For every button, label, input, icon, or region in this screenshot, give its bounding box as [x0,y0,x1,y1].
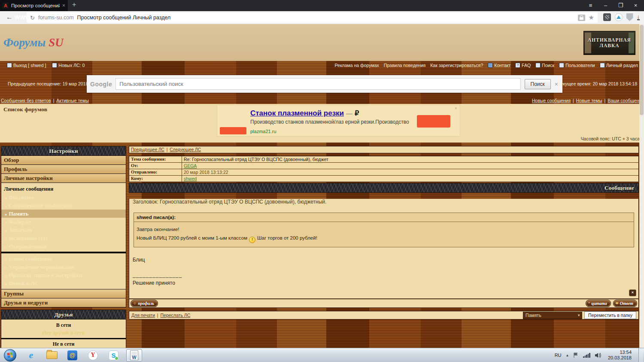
new-tab-button[interactable]: + [72,1,76,9]
nav-search-link[interactable]: Поиск [535,63,554,68]
taskbar-mailru-icon[interactable]: @ [64,349,80,362]
reload-icon[interactable]: ↻ [30,15,35,21]
tray-expand-icon[interactable]: ▲ [566,353,569,357]
search-zone: Предыдущее посещение: 19 мар 2018 22:01:… [0,70,644,97]
recipient-user-link[interactable]: shwed [184,176,197,181]
quote-line-1: Завтра окончание! [137,225,631,234]
forward-link[interactable]: Переслать ЛС [161,313,191,318]
url-page-title: Просмотр сообщений Личный раздел [77,15,574,21]
taskbar-skype-icon[interactable]: S [106,349,122,362]
next-pm-link[interactable]: Следующее ЛС [170,147,201,152]
sidebar-item-preferences[interactable]: Личные настройки [1,173,126,183]
show-desktop-button[interactable] [638,348,643,362]
sidebar-folder-faberge[interactable]: »Фаберже [1,218,126,226]
bullet-icon: » [5,211,7,216]
browser-tab-strip: A Просмотр сообщений Л × + ≡ – ❐ × [0,0,644,11]
nav-rules-link[interactable]: Правила поведения [384,63,425,68]
page-scrollbar[interactable] [639,24,644,348]
logout-link[interactable]: Выход [ shwed ] [7,63,46,68]
sidebar-settings-header: Настройки [1,146,126,155]
network-signal-icon[interactable] [583,353,590,358]
lock-icon[interactable] [578,15,585,21]
move-to-folder-button[interactable]: Переместить в папку [584,311,636,319]
exclamation-emoticon: ! [249,237,255,243]
ad-url[interactable]: plazma21.ru [250,129,460,134]
profile-button[interactable]: ☺профиль [131,300,158,307]
search-input[interactable] [115,78,520,90]
new-topics-link[interactable]: Новые темы [576,98,602,103]
forum-list-link[interactable]: Список форумов [3,106,47,113]
nav-faq-link[interactable]: ?FAQ [515,63,531,68]
message-close-button[interactable]: × [629,289,636,296]
extension-icon-2[interactable] [615,13,623,21]
taskbar-explorer-icon[interactable] [44,349,60,362]
bookmark-star-icon[interactable]: ★ [589,14,594,21]
nav-users-link[interactable]: Пользователи [559,63,595,68]
sidebar-folder-inbox[interactable]: »Входящие [1,193,126,201]
reply-button[interactable]: ✉Ответ [613,300,637,307]
taskbar-yandex-icon[interactable]: Y [85,349,101,362]
unanswered-link[interactable]: Сообщения без ответов [1,98,51,103]
quote-button[interactable]: “цитата [586,300,611,307]
tab-favicon: A [3,3,9,9]
friends-online-label: В сети [1,322,126,329]
prev-pm-link[interactable]: Предыдущее ЛС [131,147,164,152]
extension-icon-1[interactable] [603,13,611,21]
antique-shop-banner[interactable]: АНТИКВАРНАЯ ЛАВКА [583,31,635,55]
back-button[interactable]: ← [6,13,13,21]
window-maximize-button[interactable]: ❐ [613,0,628,11]
sidebar-item-friends-foes[interactable]: Друзья и недруги [1,298,126,307]
browser-menu-icon[interactable]: ≡ [583,0,598,11]
window-minimize-button[interactable]: – [598,0,613,11]
taskbar-word-icon-active[interactable]: W [126,349,142,362]
nav-register-link[interactable]: Как зарегистрироваться? [430,63,483,68]
browser-tab[interactable]: A Просмотр сообщений Л × [0,0,68,11]
start-button[interactable] [4,349,16,362]
sidebar-item-overview[interactable]: Обзор [1,155,126,164]
clock-time: 13:54 [608,350,632,355]
sidebar-tool-pm-search[interactable]: »Поиск в ЛС [1,279,126,287]
sidebar-folder-outbox[interactable]: »Исходящие (11) [1,234,126,242]
ad-redaction-right [417,115,450,128]
ad-title-link[interactable]: Станок плазменной резки [250,109,344,118]
sidebar-folder-sent[interactable]: »Отправленные [1,242,126,250]
address-bar[interactable]: ↻ forums-su.com Просмотр сообщений Личны… [27,12,598,23]
sidebar-folder-memory-active[interactable]: »Память [1,210,126,218]
sidebar-tool-drafts[interactable]: »Управление черновиками [1,263,126,271]
nav-ucp-link[interactable]: Личный раздел [600,63,638,68]
language-indicator[interactable]: RU [555,353,562,358]
active-topics-link[interactable]: Активные темы [56,98,88,103]
sidebar-folder-saved[interactable]: »Сохраненные сообщения [1,201,126,210]
banner-line2: ЛАВКА [599,43,619,49]
sidebar-tool-rules-folders[interactable]: »Правила, папки и настройки [1,271,126,279]
window-close-button[interactable]: × [628,0,643,11]
volume-icon[interactable] [595,353,601,358]
nav-contact-link[interactable]: Контакт [488,63,510,68]
shield-extension-icon[interactable] [626,13,633,21]
clock-date: 20.03.2018 [608,355,632,361]
new-messages-link[interactable]: Новые сообщения [532,98,571,103]
site-logo[interactable]: ФорумыSU [3,36,64,49]
sidebar-tool-compose[interactable]: »Новое сообщение [1,255,126,263]
ad-block: Станок плазменной резки — ₽ Производство… [217,105,460,137]
your-messages-link[interactable]: Ваши сообщения [608,98,644,103]
search-submit-button[interactable]: Поиск [525,79,551,89]
sidebar-folder-reserve[interactable]: »Запасная [1,226,126,234]
crumb-bar: Сообщения без ответов | Активные темы Но… [0,97,644,104]
nav-advert-link[interactable]: Реклама на форумах [335,63,379,68]
sidebar-item-groups[interactable]: Группы [1,289,126,298]
sidebar-item-profile[interactable]: Профиль [1,164,126,173]
action-center-flag-icon[interactable] [573,353,579,358]
print-link[interactable]: Для печати [131,313,155,318]
scrollbar-thumb[interactable] [640,25,644,115]
download-icon[interactable]: ↓ [637,14,640,20]
table-row: От: GEGA [129,162,638,169]
taskbar-ie-icon[interactable]: e [23,349,39,362]
sender-user-link[interactable]: GEGA [184,163,197,168]
ad-close-icon[interactable]: × [455,106,457,111]
new-pm-link[interactable]: Новых ЛС: 0 [52,63,85,68]
folder-select[interactable]: Память ▼ [523,312,582,319]
taskbar-clock[interactable]: 13:54 20.03.2018 [608,350,632,361]
friends-divider [1,338,126,339]
tab-close-icon[interactable]: × [62,3,65,9]
